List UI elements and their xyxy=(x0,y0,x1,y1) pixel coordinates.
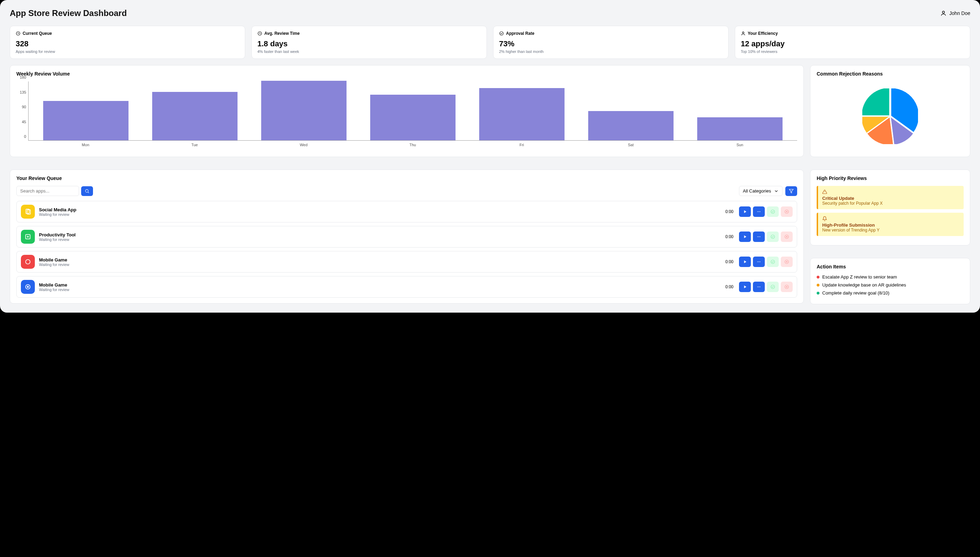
stat-value: 12 apps/day xyxy=(741,39,964,48)
action-text: Escalate App Z review to senior team xyxy=(822,274,897,280)
priority-dot-green xyxy=(817,292,819,295)
svg-marker-6 xyxy=(789,189,793,193)
svg-point-5 xyxy=(85,189,88,192)
alert-triangle-icon xyxy=(822,189,827,194)
approve-button[interactable] xyxy=(767,207,779,217)
more-button[interactable] xyxy=(753,231,765,242)
y-axis-tick: 90 xyxy=(22,105,26,109)
app-name: Social Media App xyxy=(39,207,721,212)
check-circle-icon xyxy=(499,31,504,36)
approve-button[interactable] xyxy=(767,282,779,292)
card-title: Action Items xyxy=(817,264,964,269)
stat-card: Avg. Review Time 1.8 days 4% faster than… xyxy=(251,26,487,59)
x-axis-label: Tue xyxy=(140,143,249,147)
reject-button[interactable] xyxy=(781,207,792,217)
stat-card: Current Queue 328 Apps waiting for revie… xyxy=(10,26,245,59)
stat-title: Current Queue xyxy=(23,31,52,36)
svg-point-13 xyxy=(771,210,775,214)
stat-card: Approval Rate 73% 2% higher than last mo… xyxy=(493,26,729,59)
svg-point-24 xyxy=(771,235,775,239)
filter-icon xyxy=(789,189,794,194)
x-axis-label: Sun xyxy=(685,143,794,147)
more-button[interactable] xyxy=(753,257,765,267)
card-title: Weekly Review Volume xyxy=(16,71,797,77)
review-queue-card: Your Review Queue All Categories xyxy=(10,169,804,304)
chart-bar xyxy=(588,111,673,141)
chart-bar xyxy=(261,81,346,140)
priority-description: Security patch for Popular App X xyxy=(822,201,959,206)
stat-title: Avg. Review Time xyxy=(264,31,300,36)
svg-point-0 xyxy=(942,11,944,13)
priority-dot-yellow xyxy=(817,284,819,287)
pie-slice xyxy=(862,88,889,116)
x-axis-label: Mon xyxy=(31,143,140,147)
app-status: Waiting for review xyxy=(39,212,721,217)
stat-title: Your Efficiency xyxy=(748,31,778,36)
weekly-review-volume-card: Weekly Review Volume 04590135180 MonTueW… xyxy=(10,65,804,157)
bell-icon xyxy=(822,216,827,221)
more-button[interactable] xyxy=(753,207,765,217)
play-button[interactable] xyxy=(739,282,751,292)
svg-point-40 xyxy=(757,287,758,287)
card-title: Your Review Queue xyxy=(16,176,797,181)
play-button[interactable] xyxy=(739,231,751,242)
svg-point-33 xyxy=(771,260,775,264)
category-select[interactable]: All Categories xyxy=(739,186,783,196)
user-icon xyxy=(741,31,746,36)
select-value: All Categories xyxy=(743,188,771,194)
card-title: Common Rejection Reasons xyxy=(817,71,964,77)
y-axis-tick: 45 xyxy=(22,120,26,124)
chart-bar xyxy=(152,92,237,140)
priority-title: High-Profile Submission xyxy=(822,222,959,228)
svg-marker-20 xyxy=(744,235,746,238)
queue-item: Mobile Game Waiting for review 0:00 xyxy=(16,276,797,298)
approve-button[interactable] xyxy=(767,257,779,267)
priority-item[interactable]: Critical Update Security patch for Popul… xyxy=(817,186,964,209)
search-input[interactable] xyxy=(16,186,79,196)
user-profile[interactable]: John Doe xyxy=(940,10,970,16)
svg-point-41 xyxy=(758,287,759,287)
user-icon xyxy=(940,10,947,16)
priority-item[interactable]: High-Profile Submission New version of T… xyxy=(817,213,964,236)
svg-point-3 xyxy=(500,32,504,36)
stat-card: Your Efficiency 12 apps/day Top 10% of r… xyxy=(735,26,970,59)
clock-icon xyxy=(16,31,21,36)
app-icon xyxy=(21,230,35,244)
reject-button[interactable] xyxy=(781,257,792,267)
app-status: Waiting for review xyxy=(39,288,721,292)
svg-point-42 xyxy=(760,287,761,287)
review-timer: 0:00 xyxy=(726,209,734,214)
card-title: High Priority Reviews xyxy=(817,176,964,181)
more-button[interactable] xyxy=(753,282,765,292)
stat-value: 328 xyxy=(16,39,239,48)
stat-subtitle: 4% faster than last week xyxy=(258,49,481,54)
svg-point-23 xyxy=(760,236,761,237)
x-axis-label: Sat xyxy=(576,143,685,147)
search-button[interactable] xyxy=(81,186,93,196)
review-timer: 0:00 xyxy=(726,284,734,289)
y-axis-tick: 135 xyxy=(20,90,26,94)
chart-bar xyxy=(370,95,455,140)
filter-button[interactable] xyxy=(785,186,797,196)
svg-marker-9 xyxy=(744,210,746,213)
chevron-down-icon xyxy=(774,189,779,194)
reject-button[interactable] xyxy=(781,231,792,242)
play-button[interactable] xyxy=(739,257,751,267)
chart-bar xyxy=(43,101,128,140)
stat-value: 73% xyxy=(499,39,722,48)
action-items-card: Action Items Escalate App Z review to se… xyxy=(810,258,970,304)
svg-marker-29 xyxy=(744,261,746,263)
approve-button[interactable] xyxy=(767,231,779,242)
svg-marker-39 xyxy=(744,285,746,288)
x-axis-label: Wed xyxy=(249,143,358,147)
app-icon xyxy=(21,205,35,218)
svg-point-22 xyxy=(758,236,759,237)
action-item: Escalate App Z review to senior team xyxy=(817,274,964,280)
play-button[interactable] xyxy=(739,207,751,217)
y-axis-tick: 0 xyxy=(24,134,26,138)
reject-button[interactable] xyxy=(781,282,792,292)
app-name: Mobile Game xyxy=(39,257,721,262)
action-text: Complete daily review goal (8/10) xyxy=(822,290,889,296)
priority-title: Critical Update xyxy=(822,195,959,201)
priority-dot-red xyxy=(817,276,819,278)
